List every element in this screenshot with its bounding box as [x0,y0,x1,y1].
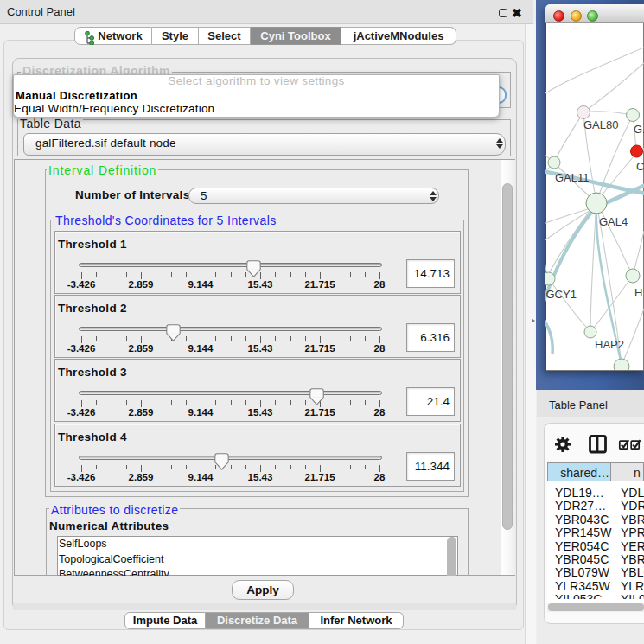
svg-text:H: H [634,286,642,299]
svg-text:G.: G. [634,123,644,136]
svg-text:GAL80: GAL80 [583,118,618,131]
svg-text:GAL4: GAL4 [599,215,628,228]
svg-text:HAP2: HAP2 [595,338,624,351]
svg-text:C: C [636,160,644,173]
svg-text:GCY1: GCY1 [546,288,577,301]
svg-text:GAL11: GAL11 [555,171,590,184]
